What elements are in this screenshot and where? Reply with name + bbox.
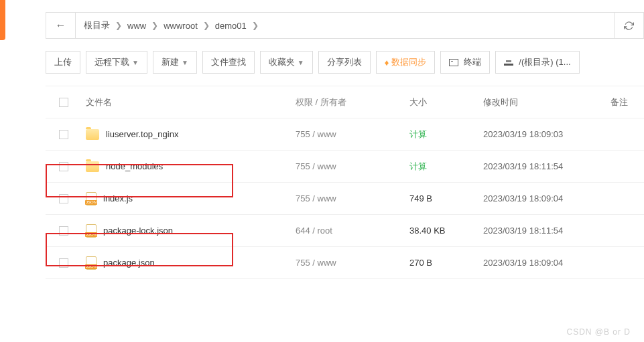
file-icon	[86, 192, 96, 205]
remote-download-button[interactable]: 远程下载▼	[86, 51, 147, 74]
new-button[interactable]: 新建▼	[153, 51, 197, 74]
file-time: 2023/03/19 18:09:04	[483, 258, 610, 268]
terminal-icon	[449, 59, 458, 66]
label: 收藏夹	[269, 56, 295, 68]
file-time: 2023/03/19 18:11:54	[483, 226, 610, 236]
col-perm[interactable]: 权限 / 所有者	[296, 96, 409, 108]
breadcrumb-bar: ← 根目录 ❯ www ❯ wwwroot ❯ demo01 ❯	[46, 12, 644, 39]
breadcrumb-item[interactable]: wwwroot	[164, 21, 198, 31]
file-perm: 755 / www	[296, 129, 409, 139]
file-time: 2023/03/19 18:09:03	[483, 129, 610, 139]
share-button[interactable]: 分享列表	[318, 51, 371, 74]
table-header: 文件名 权限 / 所有者 大小 修改时间 备注	[46, 86, 644, 118]
chevron-right-icon: ❯	[203, 21, 210, 30]
chevron-right-icon: ❯	[115, 21, 122, 30]
col-name[interactable]: 文件名	[82, 96, 296, 108]
file-perm: 755 / www	[296, 193, 409, 203]
disk-button[interactable]: /(根目录) (1...	[495, 51, 579, 74]
refresh-button[interactable]	[614, 13, 643, 38]
row-checkbox[interactable]	[59, 194, 68, 203]
refresh-icon	[624, 21, 634, 31]
breadcrumb-item[interactable]: demo01	[215, 21, 247, 31]
row-checkbox[interactable]	[59, 130, 68, 139]
breadcrumb-root[interactable]: 根目录	[84, 19, 110, 31]
label: /(根目录) (1...	[519, 56, 570, 68]
label: 数据同步	[391, 56, 426, 68]
favorites-button[interactable]: 收藏夹▼	[260, 51, 313, 74]
table-row[interactable]: index.js755 / www749 B2023/03/19 18:09:0…	[46, 183, 644, 215]
file-icon	[86, 224, 96, 238]
table-row[interactable]: package.json755 / www270 B2023/03/19 18:…	[46, 247, 644, 279]
file-name[interactable]: package.json	[103, 258, 155, 268]
col-size[interactable]: 大小	[409, 96, 483, 108]
watermark: CSDN @B or D	[566, 327, 631, 337]
file-perm: 755 / www	[296, 161, 409, 171]
row-checkbox[interactable]	[59, 226, 68, 236]
toolbar: 上传 远程下载▼ 新建▼ 文件查找 收藏夹▼ 分享列表 ♦数据同步 终端 /(根…	[46, 51, 644, 74]
file-name[interactable]: index.js	[103, 193, 133, 203]
table-row[interactable]: package-lock.json644 / root38.40 KB2023/…	[46, 215, 644, 247]
file-size: 38.40 KB	[409, 226, 483, 236]
file-table: 文件名 权限 / 所有者 大小 修改时间 备注 liuserver.top_ng…	[46, 86, 644, 279]
file-name[interactable]: package-lock.json	[103, 226, 173, 236]
file-time: 2023/03/19 18:09:04	[483, 193, 610, 203]
label: 远程下载	[94, 56, 129, 68]
file-perm: 755 / www	[296, 258, 409, 268]
chevron-right-icon: ❯	[252, 21, 259, 30]
file-name[interactable]: node_modules	[106, 161, 163, 171]
label: 终端	[464, 56, 481, 68]
gem-icon: ♦	[385, 58, 389, 68]
breadcrumb: 根目录 ❯ www ❯ wwwroot ❯ demo01 ❯	[76, 19, 614, 31]
row-checkbox[interactable]	[59, 258, 68, 268]
file-size[interactable]: 计算	[409, 129, 483, 141]
folder-icon	[86, 161, 99, 172]
col-time[interactable]: 修改时间	[483, 96, 610, 108]
table-row[interactable]: node_modules755 / www计算2023/03/19 18:11:…	[46, 151, 644, 183]
chevron-down-icon: ▼	[132, 59, 139, 66]
main-panel: ← 根目录 ❯ www ❯ wwwroot ❯ demo01 ❯ 上传 远程下载…	[13, 0, 644, 279]
left-accent	[0, 0, 5, 40]
file-perm: 644 / root	[296, 226, 409, 236]
file-name[interactable]: liuserver.top_nginx	[106, 129, 178, 139]
folder-icon	[86, 129, 99, 140]
file-size: 749 B	[409, 193, 483, 203]
row-checkbox[interactable]	[59, 162, 68, 171]
disk-icon	[504, 59, 513, 66]
chevron-right-icon: ❯	[151, 21, 158, 30]
label: 新建	[162, 56, 179, 68]
file-size[interactable]: 计算	[409, 161, 483, 173]
breadcrumb-item[interactable]: www	[127, 21, 146, 31]
search-button[interactable]: 文件查找	[202, 51, 255, 74]
upload-button[interactable]: 上传	[46, 51, 80, 74]
select-all-checkbox[interactable]	[59, 98, 68, 107]
col-note[interactable]: 备注	[610, 96, 644, 108]
file-time: 2023/03/19 18:11:54	[483, 161, 610, 171]
back-button[interactable]: ←	[46, 13, 76, 38]
file-icon	[86, 256, 96, 270]
table-row[interactable]: liuserver.top_nginx755 / www计算2023/03/19…	[46, 118, 644, 151]
chevron-down-icon: ▼	[298, 59, 304, 66]
chevron-down-icon: ▼	[182, 59, 188, 66]
terminal-button[interactable]: 终端	[440, 51, 490, 74]
file-size: 270 B	[409, 258, 483, 268]
sync-button[interactable]: ♦数据同步	[376, 51, 436, 74]
